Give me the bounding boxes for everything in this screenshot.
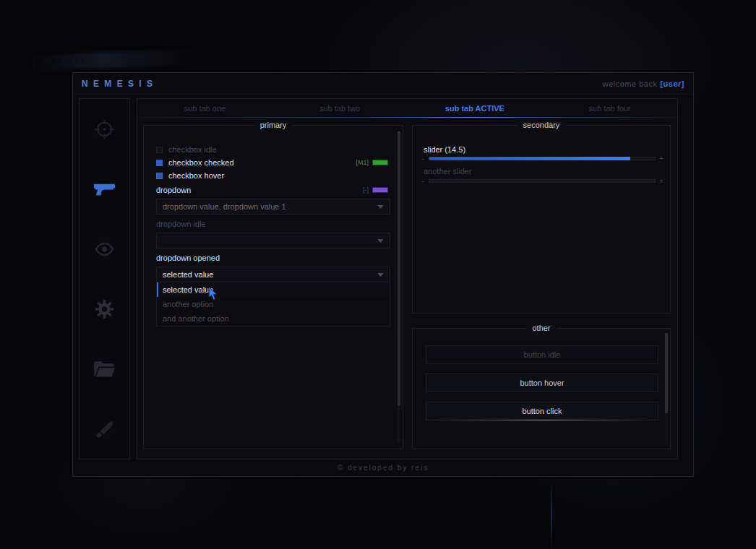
group-primary: primary checkbox idle checkbox checked [… <box>143 125 403 449</box>
dropdown-value-select[interactable]: dropdown value, dropdown value 1 <box>156 199 390 215</box>
content-panel: sub tab one sub tab two sub tab ACTIVE s… <box>137 98 678 459</box>
welcome-user: [user] <box>660 79 684 88</box>
sidebar <box>79 98 130 459</box>
tab-sub-tab-four[interactable]: sub tab four <box>542 99 677 117</box>
group-other-title: other <box>526 324 556 332</box>
sidebar-item-gear[interactable] <box>80 279 129 339</box>
dropdown-idle-select[interactable] <box>156 233 390 248</box>
dropdown-label: dropdown <box>156 186 191 194</box>
tab-sub-tab-active[interactable]: sub tab ACTIVE <box>408 99 543 117</box>
slider-plus-button[interactable]: + <box>658 155 664 163</box>
chevron-down-icon <box>377 273 384 277</box>
checkbox-checked-label: checkbox checked <box>168 158 234 167</box>
checkbox-checked-extras: [M1] <box>356 159 388 166</box>
checkbox-idle[interactable]: checkbox idle <box>156 144 217 155</box>
background-line <box>551 481 552 549</box>
titlebar[interactable]: N E M E S I S welcome back[user] <box>73 73 693 95</box>
tab-sub-tab-two[interactable]: sub tab two <box>272 99 408 117</box>
chevron-down-icon <box>377 239 384 243</box>
keybind-tag[interactable]: [-] <box>363 186 369 194</box>
dropdown-value-text: dropdown value, dropdown value 1 <box>163 202 286 211</box>
slider-track[interactable] <box>429 179 656 183</box>
primary-scrollbar-thumb[interactable] <box>398 131 400 405</box>
active-tab-underline <box>137 117 677 118</box>
other-scrollbar[interactable] <box>665 333 668 444</box>
footer-credit: © developed by reis <box>73 464 693 472</box>
sidebar-item-knife[interactable] <box>80 399 129 459</box>
pistol-icon <box>93 179 116 199</box>
checkbox-idle-label: checkbox idle <box>168 145 217 154</box>
gear-icon <box>93 299 116 319</box>
slider-label: slider (14.5) <box>424 145 465 154</box>
checkbox-idle-box <box>156 147 163 153</box>
slider-fill <box>429 157 630 160</box>
slider-row: - + <box>420 177 664 184</box>
dropdown-opened-label: dropdown opened <box>156 254 220 262</box>
slider-row: - + <box>420 155 664 162</box>
tab-bar: sub tab one sub tab two sub tab ACTIVE s… <box>137 99 677 118</box>
dropdown-options-list: selected value another option and anothe… <box>156 282 390 327</box>
dropdown-idle-label: dropdown idle <box>156 220 206 228</box>
checkbox-hover-label: checkbox hover <box>168 171 224 180</box>
checkbox-hover[interactable]: checkbox hover <box>156 170 224 181</box>
dropdown-option-selected[interactable]: selected value <box>157 282 390 297</box>
slider-label: another slider <box>424 167 472 176</box>
color-swatch-purple[interactable] <box>372 187 388 193</box>
color-swatch-green[interactable] <box>372 160 388 165</box>
keybind-tag[interactable]: [M1] <box>356 159 369 166</box>
slider-plus-button[interactable]: + <box>658 177 664 185</box>
group-primary-title: primary <box>254 121 293 129</box>
main-window: N E M E S I S welcome back[user] <box>72 72 694 477</box>
welcome-text: welcome back[user] <box>603 79 684 88</box>
button-idle[interactable]: button idle <box>426 345 658 364</box>
checkbox-checked-box <box>156 160 163 166</box>
sidebar-item-crosshair[interactable] <box>80 99 129 159</box>
button-hover[interactable]: button hover <box>426 373 658 392</box>
checkbox-hover-box <box>156 173 163 179</box>
group-secondary-title: secondary <box>517 121 566 129</box>
dropdown-opened-select[interactable]: selected value <box>156 267 390 282</box>
sidebar-item-pistol[interactable] <box>80 159 129 219</box>
dropdown-option[interactable]: and another option <box>157 311 390 326</box>
group-secondary: secondary slider (14.5) - + another slid… <box>412 125 671 314</box>
dropdown-extras: [-] <box>363 186 388 194</box>
sidebar-item-folder[interactable] <box>80 339 129 399</box>
primary-scrollbar[interactable] <box>398 131 400 443</box>
chevron-down-icon <box>377 205 384 209</box>
crosshair-icon <box>93 119 116 139</box>
button-click[interactable]: button click <box>426 402 658 420</box>
slider-minus-button[interactable]: - <box>420 155 426 163</box>
sidebar-item-eye[interactable] <box>80 219 129 279</box>
checkbox-checked[interactable]: checkbox checked <box>156 157 234 168</box>
group-other: other button idle button hover button cl… <box>412 328 671 449</box>
eye-icon <box>93 239 116 259</box>
slider-track[interactable] <box>429 157 656 160</box>
knife-icon <box>93 419 116 439</box>
dropdown-option[interactable]: another option <box>157 297 390 311</box>
folder-icon <box>93 359 116 379</box>
app-title: N E M E S I S <box>82 79 154 89</box>
welcome-prefix: welcome back <box>603 79 658 88</box>
dropdown-opened-text: selected value <box>163 270 213 279</box>
slider-minus-button[interactable]: - <box>420 177 426 185</box>
background-streak <box>29 49 196 71</box>
other-scrollbar-thumb[interactable] <box>665 333 668 413</box>
tab-sub-tab-one[interactable]: sub tab one <box>137 99 272 117</box>
